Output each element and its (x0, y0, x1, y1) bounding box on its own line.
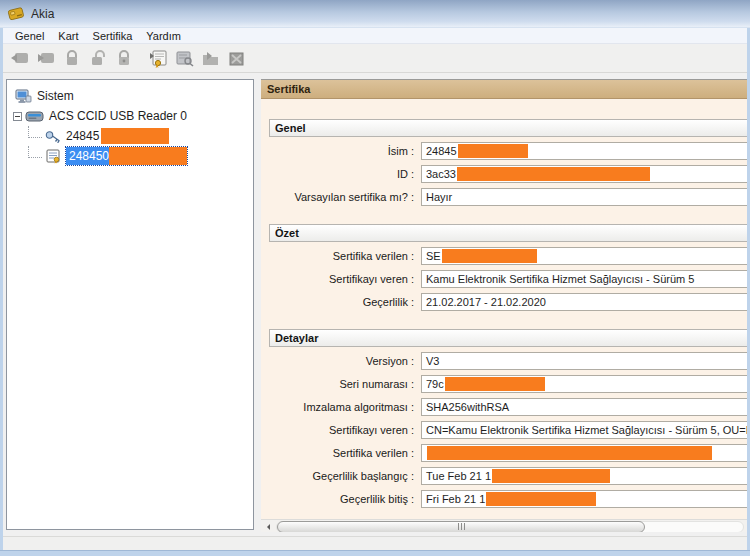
certificate-icon (45, 149, 62, 164)
certificate-seal-icon[interactable] (145, 47, 171, 71)
field-value-box[interactable]: 24845 (421, 142, 747, 160)
tree-node-key[interactable]: 24845 (7, 126, 253, 146)
lock-icon[interactable] (59, 47, 85, 71)
window-frame: Genel Kart Sertifika Yardım (0, 28, 750, 550)
field-row-imzalama: Imzalama algoritması : SHA256withRSA (269, 398, 747, 416)
delete-card-icon[interactable] (223, 47, 249, 71)
field-value-box[interactable] (421, 444, 747, 462)
key-icon (45, 130, 61, 143)
redaction-block (427, 446, 712, 460)
menu-kart[interactable]: Kart (51, 29, 85, 43)
field-value: Kamu Elektronik Sertifika Hizmet Sağlayı… (426, 273, 694, 285)
field-value-box[interactable]: Hayır (421, 188, 747, 206)
field-value-box[interactable]: Tue Feb 21 1 (421, 467, 747, 485)
card-reader-icon (25, 110, 44, 123)
field-value: CN=Kamu Elektronik Sertifika Hizmet Sağl… (426, 424, 747, 436)
section-genel: Genel İsim : 24845 ID : 3ac33 Varsayılan… (269, 119, 747, 206)
field-label: Geçerlilik başlangıç : (269, 470, 421, 482)
redaction-block (442, 249, 537, 263)
field-value-box[interactable]: 21.02.2017 - 21.02.2020 (421, 293, 747, 311)
tree-node-label: Sistem (37, 89, 74, 103)
redaction-block (109, 147, 187, 165)
field-value-box[interactable]: Kamu Elektronik Sertifika Hizmet Sağlayı… (421, 270, 747, 288)
field-label: ID : (269, 168, 421, 180)
tree-node-certificate-selected[interactable]: 248450 (7, 146, 253, 166)
import-icon[interactable] (197, 47, 223, 71)
field-label: Sertifikayı veren : (269, 424, 421, 436)
field-row-gecerlilik-baslangic: Geçerlilik başlangıç : Tue Feb 21 1 (269, 467, 747, 485)
redaction-block (457, 167, 650, 181)
field-value: V3 (426, 355, 439, 367)
window-title: Akia (31, 7, 54, 21)
field-value-box[interactable]: Fri Feb 21 1 (421, 490, 747, 508)
window-bottom-border (0, 550, 750, 556)
field-row-id: ID : 3ac33 (269, 165, 747, 183)
field-label: Geçerlilik : (269, 296, 421, 308)
field-label: Versiyon : (269, 355, 421, 367)
section-header: Detaylar (269, 329, 747, 347)
field-value: 79c (426, 378, 444, 390)
remove-card-icon[interactable] (33, 47, 59, 71)
field-value-box[interactable]: SE (421, 247, 747, 265)
field-value-box[interactable]: 3ac33 (421, 165, 747, 183)
field-value-box[interactable]: CN=Kamu Elektronik Sertifika Hizmet Sağl… (421, 421, 747, 439)
section-header: Genel (269, 119, 747, 137)
field-row-sertifika-verilen: Sertifika verilen : SE (269, 247, 747, 265)
device-tree-panel: Sistem ACS CCID USB Reader 0 (6, 79, 254, 530)
collapse-expander-icon[interactable] (13, 112, 22, 121)
section-ozet: Özet Sertifika verilen : SE Sertifikayı … (269, 224, 747, 311)
field-row-sertifikayi-veren-detay: Sertifikayı veren : CN=Kamu Elektronik S… (269, 421, 747, 439)
redaction-block (101, 128, 169, 144)
field-value: SE (426, 250, 441, 262)
menu-bar: Genel Kart Sertifika Yardım (3, 28, 747, 44)
menu-yardim[interactable]: Yardım (139, 29, 188, 43)
tree-connector (28, 146, 42, 158)
field-row-gecerlilik-bitis: Geçerlilik bitiş : Fri Feb 21 1 (269, 490, 747, 508)
section-detaylar: Detaylar Versiyon : V3 Seri numarası : 7… (269, 329, 747, 508)
title-bar[interactable]: Akia (0, 0, 750, 28)
field-label: Sertifika verilen : (269, 447, 421, 459)
field-label: Geçerlilik bitiş : (269, 493, 421, 505)
field-value-box[interactable]: SHA256withRSA (421, 398, 747, 416)
scroll-left-arrow[interactable] (261, 520, 275, 532)
field-row-gecerlilik: Geçerlilik : 21.02.2017 - 21.02.2020 (269, 293, 747, 311)
unlock-icon[interactable] (85, 47, 111, 71)
field-value: Hayır (426, 191, 452, 203)
certificate-panel: Sertifika Genel İsim : 24845 ID : (261, 79, 747, 532)
redaction-block (458, 144, 528, 158)
field-value: Tue Feb 21 1 (426, 470, 491, 482)
app-card-icon (7, 6, 25, 21)
field-value-box[interactable]: 79c (421, 375, 747, 393)
field-label: İsim : (269, 145, 421, 157)
app-window: Akia Genel Kart Sertifika Yardım (0, 0, 750, 556)
content-area: Sistem ACS CCID USB Reader 0 (3, 74, 747, 535)
certificate-details-icon[interactable] (171, 47, 197, 71)
field-label: Sertifikayı veren : (269, 273, 421, 285)
menu-genel[interactable]: Genel (8, 29, 51, 43)
redaction-block (492, 469, 610, 483)
field-value: 3ac33 (426, 168, 456, 180)
menu-sertifika[interactable]: Sertifika (86, 29, 140, 43)
tree-connector (28, 126, 42, 138)
field-label: Varsayılan sertifika mı? : (269, 191, 421, 203)
horizontal-scrollbar (261, 519, 747, 532)
computer-icon (15, 89, 32, 104)
section-title: Genel (275, 122, 306, 134)
section-title: Detaylar (275, 332, 318, 344)
certificate-panel-body: Genel İsim : 24845 ID : 3ac33 Varsayılan… (261, 99, 747, 519)
redaction-block (486, 492, 596, 506)
tree-node-label: ACS CCID USB Reader 0 (49, 109, 187, 123)
field-row-sertifikayi-veren: Sertifikayı veren : Kamu Elektronik Sert… (269, 270, 747, 288)
field-label: Sertifika verilen : (269, 250, 421, 262)
field-row-isim: İsim : 24845 (269, 142, 747, 160)
field-row-varsayilan: Varsayılan sertifika mı? : Hayır (269, 188, 747, 206)
tree-node-system[interactable]: Sistem (7, 86, 253, 106)
field-value: SHA256withRSA (426, 401, 509, 413)
field-value: Fri Feb 21 1 (426, 493, 485, 505)
scrollbar-thumb[interactable] (277, 521, 645, 533)
field-value-box[interactable]: V3 (421, 352, 747, 370)
section-title: Özet (275, 227, 299, 239)
insert-card-icon[interactable] (7, 47, 33, 71)
change-pin-icon[interactable] (111, 47, 137, 71)
tree-node-reader[interactable]: ACS CCID USB Reader 0 (7, 106, 253, 126)
